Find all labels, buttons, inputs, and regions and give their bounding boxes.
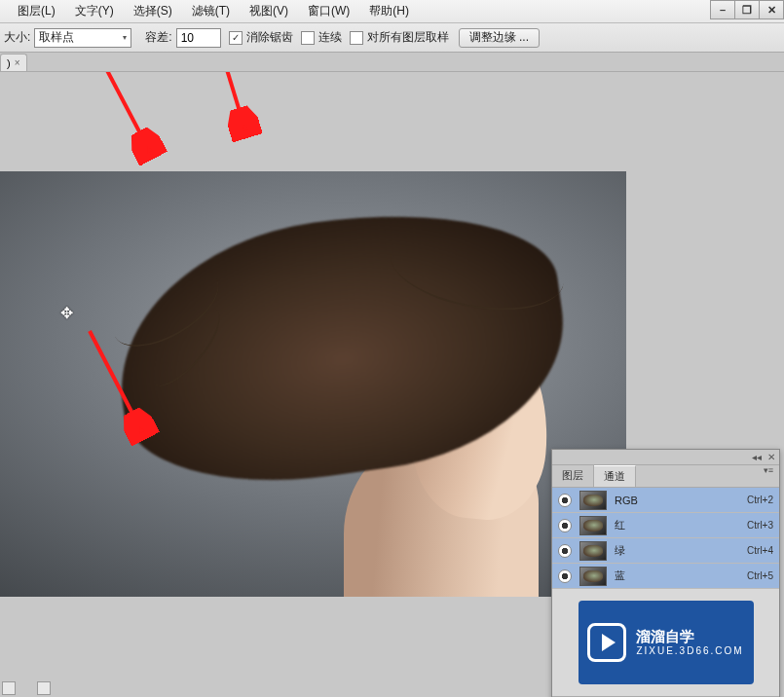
refine-edge-button[interactable]: 调整边缘 ... <box>459 28 540 48</box>
panel-menu-icon[interactable]: ▾≡ <box>758 465 779 487</box>
all-layers-checkbox[interactable] <box>350 31 363 45</box>
close-button[interactable]: ✕ <box>759 0 784 19</box>
tolerance-label: 容差: <box>145 29 171 46</box>
channel-row-red[interactable]: 红 Ctrl+3 <box>552 513 779 538</box>
close-tab-icon[interactable]: × <box>15 57 20 68</box>
channel-list: RGB Ctrl+2 红 Ctrl+3 绿 Ctrl+4 蓝 Ctrl+5 <box>552 488 779 589</box>
channel-shortcut: Ctrl+5 <box>747 570 773 581</box>
channel-name: 绿 <box>615 543 747 558</box>
channel-name: RGB <box>615 495 747 506</box>
antialias-option[interactable]: 消除锯齿 <box>229 29 293 46</box>
channel-thumbnail <box>579 567 607 586</box>
channel-shortcut: Ctrl+4 <box>747 545 773 556</box>
channel-thumbnail <box>579 516 607 535</box>
panel-collapse-icon[interactable]: ◂◂ <box>752 452 762 462</box>
watermark-badge: 溜溜自学 ZIXUE.3D66.COM <box>579 601 754 684</box>
menu-select[interactable]: 选择(S) <box>124 3 182 19</box>
visibility-eye-icon[interactable] <box>558 519 572 532</box>
menu-view[interactable]: 视图(V) <box>240 3 298 19</box>
menu-window[interactable]: 窗口(W) <box>298 3 359 19</box>
menu-help[interactable]: 帮助(H) <box>359 3 419 19</box>
panel-close-icon[interactable]: ✕ <box>767 452 775 462</box>
chevron-down-icon: ▾ <box>123 33 127 42</box>
visibility-eye-icon[interactable] <box>558 494 572 507</box>
menu-text[interactable]: 文字(Y) <box>65 3 124 19</box>
channel-shortcut: Ctrl+3 <box>747 520 773 531</box>
document-canvas[interactable] <box>0 171 626 597</box>
all-layers-option[interactable]: 对所有图层取样 <box>350 29 449 46</box>
window-buttons: – ❐ ✕ <box>711 0 784 19</box>
channel-name: 蓝 <box>615 569 747 583</box>
document-tab-label: ) <box>7 57 11 69</box>
options-bar: 大小: 取样点 ▾ 容差: 消除锯齿 连续 对所有图层取样 调整边缘 ... <box>0 23 784 53</box>
visibility-eye-icon[interactable] <box>558 569 572 583</box>
menu-filter[interactable]: 滤镜(T) <box>182 3 240 19</box>
contiguous-option[interactable]: 连续 <box>301 29 342 46</box>
menu-layer[interactable]: 图层(L) <box>8 3 65 19</box>
antialias-checkbox[interactable] <box>229 31 243 45</box>
maximize-button[interactable]: ❐ <box>734 0 760 19</box>
tab-channels[interactable]: 通道 <box>594 465 636 487</box>
magic-wand-cursor: ✥ <box>60 304 73 322</box>
tab-layers[interactable]: 图层 <box>552 465 594 487</box>
all-layers-label: 对所有图层取样 <box>367 29 449 46</box>
watermark-text: 溜溜自学 ZIXUE.3D66.COM <box>636 628 743 657</box>
menu-bar: 图层(L) 文字(Y) 选择(S) 滤镜(T) 视图(V) 窗口(W) 帮助(H… <box>0 0 784 23</box>
panel-empty-area: 溜溜自学 ZIXUE.3D66.COM <box>552 589 779 696</box>
svg-line-0 <box>92 72 150 152</box>
size-label: 大小: <box>4 29 30 46</box>
svg-line-1 <box>218 72 245 130</box>
channel-row-blue[interactable]: 蓝 Ctrl+5 <box>552 564 779 589</box>
channels-panel: ◂◂ ✕ 图层 通道 ▾≡ RGB Ctrl+2 红 Ctrl+3 绿 Ctrl… <box>551 449 780 697</box>
visibility-eye-icon[interactable] <box>558 544 572 558</box>
antialias-label: 消除锯齿 <box>246 29 293 46</box>
tolerance-input[interactable] <box>176 28 221 48</box>
scroll-corner <box>2 681 16 695</box>
contiguous-checkbox[interactable] <box>301 31 315 45</box>
size-dropdown[interactable]: 取样点 ▾ <box>34 28 131 48</box>
size-dropdown-value: 取样点 <box>39 29 74 46</box>
contiguous-label: 连续 <box>318 29 342 46</box>
panel-header: ◂◂ ✕ <box>552 450 779 465</box>
channel-row-rgb[interactable]: RGB Ctrl+2 <box>552 488 779 513</box>
scroll-corner <box>37 681 51 695</box>
document-tab-strip: ) × <box>0 53 784 72</box>
document-tab[interactable]: ) × <box>0 54 27 71</box>
channel-thumbnail <box>579 491 607 510</box>
channel-shortcut: Ctrl+2 <box>747 495 773 505</box>
minimize-button[interactable]: – <box>710 0 735 19</box>
channel-row-green[interactable]: 绿 Ctrl+4 <box>552 538 779 564</box>
panel-tab-strip: 图层 通道 ▾≡ <box>552 465 779 488</box>
play-icon <box>587 623 626 662</box>
channel-name: 红 <box>615 518 747 532</box>
channel-thumbnail <box>579 541 607 561</box>
